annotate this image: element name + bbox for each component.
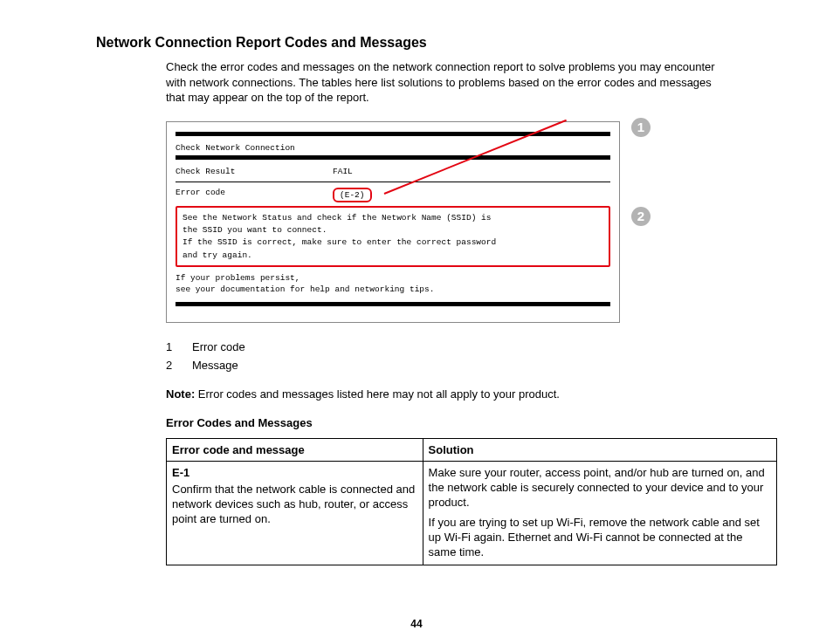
error-code: E-1 bbox=[172, 466, 417, 479]
check-result-row: Check Result FAIL bbox=[176, 167, 610, 176]
persist-block: If your problems persist, see your docum… bbox=[176, 272, 610, 296]
check-result-value: FAIL bbox=[333, 167, 403, 176]
message-line: and try again. bbox=[182, 250, 603, 261]
divider-thick bbox=[176, 132, 610, 136]
error-code-desc: Confirm that the network cable is connec… bbox=[172, 483, 417, 527]
th-code: Error code and message bbox=[167, 439, 423, 462]
table-subheading: Error Codes and Messages bbox=[166, 416, 781, 429]
legend-num: 2 bbox=[166, 359, 192, 372]
message-box: See the Network Status and check if the … bbox=[176, 206, 610, 267]
message-line: the SSID you want to connect. bbox=[182, 224, 603, 236]
solution-paragraph: If you are trying to set up Wi-Fi, remov… bbox=[429, 516, 771, 560]
message-line: If the SSID is correct, make sure to ent… bbox=[182, 236, 603, 248]
th-solution: Solution bbox=[423, 439, 776, 462]
note: Note: Error codes and messages listed he… bbox=[166, 387, 728, 401]
table-row: E-1 Confirm that the network cable is co… bbox=[167, 462, 777, 565]
cell-solution: Make sure your router, access point, and… bbox=[423, 462, 776, 565]
legend-label: Message bbox=[192, 359, 238, 372]
callout-2: 2 bbox=[631, 207, 651, 226]
legend-label: Error code bbox=[192, 340, 245, 353]
legend-num: 1 bbox=[166, 340, 192, 353]
note-label: Note: bbox=[166, 387, 195, 401]
persist-line: see your documentation for help and netw… bbox=[176, 284, 610, 295]
page-number: 44 bbox=[52, 618, 781, 630]
error-code-label: Error code bbox=[176, 188, 333, 202]
divider-thin bbox=[176, 182, 610, 182]
solution-paragraph: Make sure your router, access point, and… bbox=[429, 466, 771, 510]
figure-heading: Check Network Connection bbox=[176, 143, 610, 153]
message-line: See the Network Status and check if the … bbox=[182, 212, 603, 223]
persist-line: If your problems persist, bbox=[176, 272, 610, 284]
intro-paragraph: Check the error codes and messages on th… bbox=[166, 59, 728, 106]
report-figure: Check Network Connection Check Result FA… bbox=[166, 121, 620, 324]
error-code-value: (E-2) bbox=[333, 188, 372, 202]
check-result-label: Check Result bbox=[176, 167, 333, 176]
cell-code: E-1 Confirm that the network cable is co… bbox=[167, 462, 423, 565]
note-text: Error codes and messages listed here may… bbox=[195, 387, 560, 401]
error-codes-table: Error code and message Solution E-1 Conf… bbox=[166, 438, 777, 565]
legend-row: 1 Error code bbox=[166, 340, 781, 353]
legend-row: 2 Message bbox=[166, 359, 781, 372]
divider-thick bbox=[176, 155, 610, 160]
callout-1: 1 bbox=[631, 118, 651, 137]
figure-legend: 1 Error code 2 Message bbox=[166, 340, 781, 372]
figure-wrapper: Check Network Connection Check Result FA… bbox=[166, 121, 620, 324]
divider-thick bbox=[176, 302, 610, 306]
page-title: Network Connection Report Codes and Mess… bbox=[96, 35, 781, 51]
